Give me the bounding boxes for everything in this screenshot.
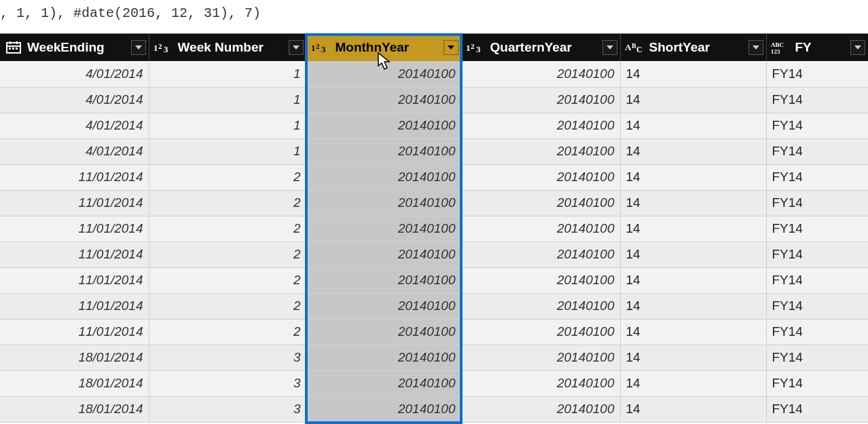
- cell[interactable]: 11/01/2014: [0, 190, 149, 216]
- cell[interactable]: 11/01/2014: [0, 164, 149, 190]
- cell[interactable]: 20140100: [461, 396, 620, 422]
- cell[interactable]: FY14: [766, 396, 868, 422]
- cell[interactable]: FY14: [766, 138, 868, 164]
- column-filter-button[interactable]: [602, 40, 617, 55]
- column-header-weekending[interactable]: WeekEnding: [0, 34, 149, 61]
- cell[interactable]: 20140100: [306, 190, 461, 216]
- cell[interactable]: 2: [149, 190, 306, 216]
- cell[interactable]: 20140100: [306, 138, 461, 164]
- cell[interactable]: 1: [149, 61, 306, 87]
- cell[interactable]: 2: [149, 216, 306, 242]
- cell[interactable]: 18/01/2014: [0, 345, 149, 370]
- table-row[interactable]: 4/01/20141201401002014010014FY14: [0, 113, 868, 138]
- cell[interactable]: 20140100: [461, 370, 620, 396]
- datatype-number-icon[interactable]: 123: [153, 40, 174, 55]
- column-filter-button[interactable]: [748, 40, 763, 55]
- cell[interactable]: 14: [620, 190, 766, 216]
- cell[interactable]: 14: [620, 138, 766, 164]
- table-row[interactable]: 18/01/20143201401002014010014FY14: [0, 370, 868, 396]
- cell[interactable]: 1: [149, 113, 306, 138]
- cell[interactable]: 4/01/2014: [0, 138, 149, 164]
- formula-bar-text[interactable]: , 1, 1), #date(2016, 12, 31), 7): [0, 0, 868, 33]
- cell[interactable]: 14: [620, 319, 766, 345]
- cell[interactable]: FY14: [766, 293, 868, 319]
- cell[interactable]: 4/01/2014: [0, 61, 149, 87]
- column-filter-button[interactable]: [444, 40, 458, 55]
- cell[interactable]: 3: [149, 345, 306, 370]
- cell[interactable]: 14: [620, 345, 766, 370]
- table-row[interactable]: 11/01/20142201401002014010014FY14: [0, 190, 868, 216]
- cell[interactable]: 20140100: [461, 319, 620, 345]
- cell[interactable]: 20140100: [306, 216, 461, 242]
- cell[interactable]: 14: [620, 61, 766, 87]
- cell[interactable]: FY14: [766, 216, 868, 242]
- cell[interactable]: 11/01/2014: [0, 242, 149, 267]
- cell[interactable]: 14: [620, 216, 766, 242]
- cell[interactable]: 20140100: [306, 164, 461, 190]
- datatype-text-icon[interactable]: ABC: [625, 40, 645, 55]
- table-row[interactable]: 18/01/20143201401002014010014FY14: [0, 345, 868, 370]
- cell[interactable]: 20140100: [461, 113, 620, 138]
- table-row[interactable]: 11/01/20142201401002014010014FY14: [0, 164, 868, 190]
- cell[interactable]: 20140100: [306, 242, 461, 267]
- column-filter-button[interactable]: [289, 40, 304, 55]
- column-filter-button[interactable]: [131, 40, 146, 55]
- cell[interactable]: 20140100: [306, 113, 461, 138]
- column-header-week-number[interactable]: 123Week Number: [149, 34, 306, 61]
- column-header-quarternyear[interactable]: 123QuarternYear: [461, 34, 620, 61]
- cell[interactable]: FY14: [766, 319, 868, 345]
- cell[interactable]: 20140100: [461, 164, 620, 190]
- datatype-any-icon[interactable]: ABC123: [771, 40, 791, 55]
- cell[interactable]: 20140100: [461, 345, 620, 370]
- cell[interactable]: 14: [620, 267, 766, 293]
- cell[interactable]: 14: [620, 370, 766, 396]
- datatype-number-icon[interactable]: 123: [466, 40, 486, 55]
- cell[interactable]: 2: [149, 242, 306, 267]
- column-header-shortyear[interactable]: ABCShortYear: [620, 34, 766, 61]
- table-row[interactable]: 11/01/20142201401002014010014FY14: [0, 267, 868, 293]
- cell[interactable]: 2: [149, 319, 306, 345]
- cell[interactable]: 3: [149, 370, 306, 396]
- column-header-monthnyear[interactable]: 123MonthnYear: [306, 34, 461, 61]
- cell[interactable]: 11/01/2014: [0, 319, 149, 345]
- cell[interactable]: 3: [149, 396, 306, 422]
- cell[interactable]: 14: [620, 164, 766, 190]
- cell[interactable]: 14: [620, 87, 766, 113]
- table-row[interactable]: 11/01/20142201401002014010014FY14: [0, 242, 868, 267]
- cell[interactable]: 18/01/2014: [0, 370, 149, 396]
- cell[interactable]: FY14: [766, 61, 868, 87]
- cell[interactable]: 20140100: [461, 267, 620, 293]
- table-row[interactable]: 4/01/20141201401002014010014FY14: [0, 61, 868, 87]
- cell[interactable]: 1: [149, 87, 306, 113]
- cell[interactable]: 18/01/2014: [0, 396, 149, 422]
- cell[interactable]: 20140100: [461, 87, 620, 113]
- datatype-date-icon[interactable]: [4, 40, 23, 55]
- cell[interactable]: 20140100: [461, 242, 620, 267]
- cell[interactable]: 20140100: [306, 396, 461, 422]
- cell[interactable]: 2: [149, 267, 306, 293]
- cell[interactable]: 11/01/2014: [0, 216, 149, 242]
- table-row[interactable]: 11/01/20142201401002014010014FY14: [0, 293, 868, 319]
- table-row[interactable]: 11/01/20142201401002014010014FY14: [0, 216, 868, 242]
- cell[interactable]: FY14: [766, 345, 868, 370]
- cell[interactable]: 20140100: [306, 61, 461, 87]
- cell[interactable]: 20140100: [306, 345, 461, 370]
- cell[interactable]: FY14: [766, 267, 868, 293]
- table-row[interactable]: 4/01/20141201401002014010014FY14: [0, 87, 868, 113]
- cell[interactable]: 20140100: [461, 61, 620, 87]
- cell[interactable]: FY14: [766, 87, 868, 113]
- table-row[interactable]: 4/01/20141201401002014010014FY14: [0, 138, 868, 164]
- table-row[interactable]: 11/01/20142201401002014010014FY14: [0, 319, 868, 345]
- cell[interactable]: 20140100: [306, 370, 461, 396]
- cell[interactable]: 2: [149, 293, 306, 319]
- cell[interactable]: 20140100: [461, 190, 620, 216]
- cell[interactable]: FY14: [766, 113, 868, 138]
- cell[interactable]: 2: [149, 164, 306, 190]
- cell[interactable]: 14: [620, 293, 766, 319]
- cell[interactable]: 4/01/2014: [0, 113, 149, 138]
- column-filter-button[interactable]: [850, 40, 865, 55]
- cell[interactable]: 20140100: [306, 87, 461, 113]
- cell[interactable]: FY14: [766, 190, 868, 216]
- cell[interactable]: 20140100: [461, 293, 620, 319]
- cell[interactable]: 11/01/2014: [0, 267, 149, 293]
